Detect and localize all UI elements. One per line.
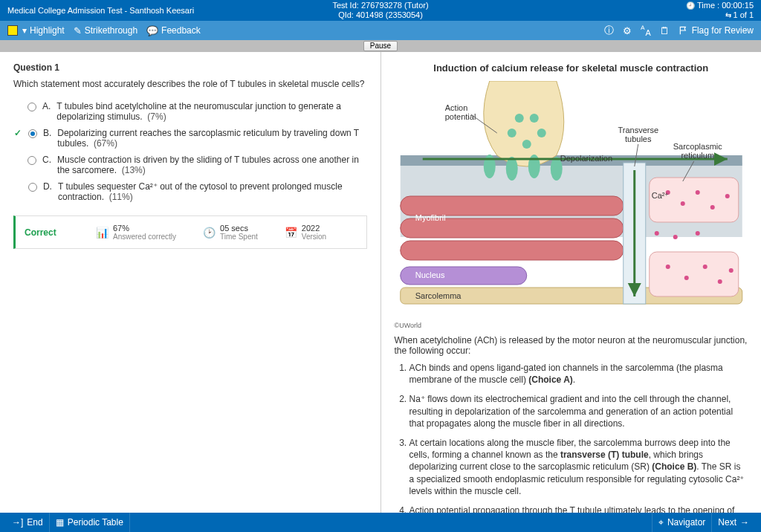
svg-point-31 bbox=[695, 231, 699, 236]
svg-point-20 bbox=[680, 201, 684, 206]
svg-rect-13 bbox=[400, 241, 623, 260]
label-depolarization: Depolarization bbox=[560, 154, 612, 163]
svg-point-23 bbox=[725, 194, 729, 198]
choice-text: T tubules sequester Ca²⁺ out of the cyto… bbox=[58, 181, 367, 202]
choice-letter: B. bbox=[43, 128, 51, 138]
explanation-title: Induction of calcium release for skeleta… bbox=[395, 62, 748, 74]
help-icon[interactable]: ⓘ bbox=[604, 24, 614, 37]
label-sarcolemma: Sarcolemma bbox=[415, 291, 462, 300]
choice-letter: A. bbox=[42, 101, 51, 111]
explanation-figure: Actionpotential Depolarization Transvers… bbox=[395, 81, 748, 319]
main-content: Question 1 Which statement most accurate… bbox=[0, 52, 761, 513]
svg-rect-18 bbox=[649, 252, 738, 296]
svg-point-5 bbox=[514, 114, 523, 123]
chevron-down-icon: ▾ bbox=[22, 25, 27, 36]
choice-text: Muscle contraction is driven by the slid… bbox=[57, 155, 366, 175]
header-center: Test Id: 276793278 (Tutor) QId: 401498 (… bbox=[256, 1, 505, 20]
settings-icon[interactable]: ⚙ bbox=[623, 25, 632, 36]
question-number: Question 1 bbox=[13, 62, 367, 73]
choice-row[interactable]: A.T tubules bind acetylcholine at the ne… bbox=[13, 98, 367, 125]
label-myofibril: Myofibril bbox=[415, 213, 445, 222]
explanation-item: Action potential propagation through the… bbox=[409, 505, 748, 513]
test-id: Test Id: 276793278 (Tutor) bbox=[256, 1, 505, 10]
metric-time: 🕑 05 secs Time Spent bbox=[203, 224, 258, 241]
svg-point-21 bbox=[695, 190, 699, 195]
highlight-tool[interactable]: ▾ Highlight bbox=[7, 25, 65, 36]
explanation-pane: Induction of calcium release for skeleta… bbox=[381, 52, 762, 513]
question-stem: Which statement most accurately describe… bbox=[13, 79, 367, 89]
choice-radio[interactable] bbox=[28, 183, 37, 192]
bar-chart-icon: 📊 bbox=[96, 227, 109, 239]
svg-rect-17 bbox=[649, 178, 738, 222]
question-id: QId: 401498 (2353054) bbox=[256, 10, 505, 20]
explanation-item: ACh binds and opens ligand-gated ion cha… bbox=[409, 362, 748, 386]
toolbar: ▾ Highlight ✎ Strikethrough 💬 Feedback ⓘ… bbox=[0, 21, 761, 40]
next-button[interactable]: Next → bbox=[711, 513, 755, 532]
highlight-swatch bbox=[7, 25, 18, 36]
answer-status: Correct bbox=[25, 227, 69, 238]
choice-list: A.T tubules bind acetylcholine at the ne… bbox=[13, 98, 367, 205]
choice-radio[interactable] bbox=[28, 129, 37, 138]
arrow-right-icon: → bbox=[740, 517, 749, 528]
svg-point-27 bbox=[717, 279, 722, 284]
speech-icon: 💬 bbox=[146, 25, 158, 36]
strikethrough-tool[interactable]: ✎ Strikethrough bbox=[74, 25, 137, 36]
periodic-table-button[interactable]: ▦ Periodic Table bbox=[50, 513, 130, 532]
question-count: 1 of 1 bbox=[505, 10, 754, 20]
navigator-button[interactable]: ⌖ Navigator bbox=[652, 513, 711, 532]
svg-point-2 bbox=[507, 129, 516, 137]
end-button[interactable]: →] End bbox=[6, 513, 50, 532]
label-transverse-tubules: Transversetubules bbox=[618, 126, 658, 143]
arrow-right-bracket-icon: →] bbox=[12, 517, 23, 528]
app-header: Medical College Admission Test - Santhos… bbox=[0, 0, 761, 21]
svg-point-28 bbox=[728, 268, 733, 273]
metric-version: 📅 2022 Version bbox=[285, 224, 326, 241]
svg-point-30 bbox=[673, 235, 677, 239]
label-action-potential: Actionpotential bbox=[444, 103, 476, 121]
flag-for-review[interactable]: Flag for Review bbox=[679, 25, 754, 36]
choice-row[interactable]: C.Muscle contraction is driven by the sl… bbox=[13, 152, 367, 178]
label-ca: Ca²⁺ bbox=[651, 191, 669, 200]
svg-point-22 bbox=[710, 205, 714, 210]
pause-bar: Pause bbox=[0, 40, 761, 52]
explanation-item: At certain locations along the muscle fi… bbox=[409, 437, 748, 497]
metric-answered: 📊 67% Answered correctly bbox=[96, 224, 176, 241]
grid-icon: ▦ bbox=[56, 517, 64, 528]
svg-point-4 bbox=[537, 129, 545, 137]
pause-button[interactable]: Pause bbox=[363, 41, 398, 51]
compass-icon: ⌖ bbox=[658, 517, 664, 528]
question-pane: Question 1 Which statement most accurate… bbox=[0, 52, 380, 513]
notes-icon[interactable]: 🗒 bbox=[660, 25, 670, 36]
choice-row[interactable]: ✓B.Depolarizing current reaches the sarc… bbox=[13, 125, 367, 152]
choice-text: Depolarizing current reaches the sarcopl… bbox=[57, 128, 366, 149]
svg-point-29 bbox=[654, 231, 658, 236]
footer: →] End ▦ Periodic Table ⌖ Navigator Next… bbox=[0, 513, 761, 532]
clock-icon: 🕑 bbox=[203, 227, 216, 239]
svg-point-26 bbox=[702, 265, 707, 269]
pencil-icon: ✎ bbox=[74, 25, 82, 36]
choice-text: T tubules bind acetylcholine at the neur… bbox=[56, 101, 366, 122]
explanation-item: Na⁺ flows down its electrochemical gradi… bbox=[409, 393, 748, 429]
choice-radio[interactable] bbox=[27, 103, 36, 111]
svg-point-25 bbox=[684, 276, 688, 280]
choice-row[interactable]: D.T tubules sequester Ca²⁺ out of the cy… bbox=[13, 178, 367, 205]
svg-point-3 bbox=[522, 140, 531, 149]
metrics-bar: Correct 📊 67% Answered correctly 🕑 05 se… bbox=[13, 215, 367, 249]
calendar-icon: 📅 bbox=[285, 227, 297, 239]
correct-check-icon: ✓ bbox=[13, 128, 22, 138]
flag-icon bbox=[679, 25, 689, 36]
choice-letter: D. bbox=[43, 181, 52, 192]
header-title: Medical College Admission Test - Santhos… bbox=[7, 6, 256, 15]
textsize-icon[interactable]: ᴬA bbox=[641, 24, 650, 37]
explanation-intro: When acetylcholine (ACh) is released by … bbox=[395, 335, 748, 356]
svg-point-6 bbox=[529, 114, 538, 123]
feedback-tool[interactable]: 💬 Feedback bbox=[146, 25, 201, 36]
svg-point-8 bbox=[505, 157, 517, 181]
choice-letter: C. bbox=[42, 155, 51, 165]
figure-copyright: ©UWorld bbox=[395, 322, 748, 329]
svg-point-24 bbox=[665, 265, 670, 269]
header-right: Time : 00:00:15 1 of 1 bbox=[505, 1, 754, 20]
choice-radio[interactable] bbox=[27, 156, 36, 165]
explanation-list: ACh binds and opens ligand-gated ion cha… bbox=[395, 362, 748, 513]
time-label: Time : 00:00:15 bbox=[505, 1, 754, 10]
